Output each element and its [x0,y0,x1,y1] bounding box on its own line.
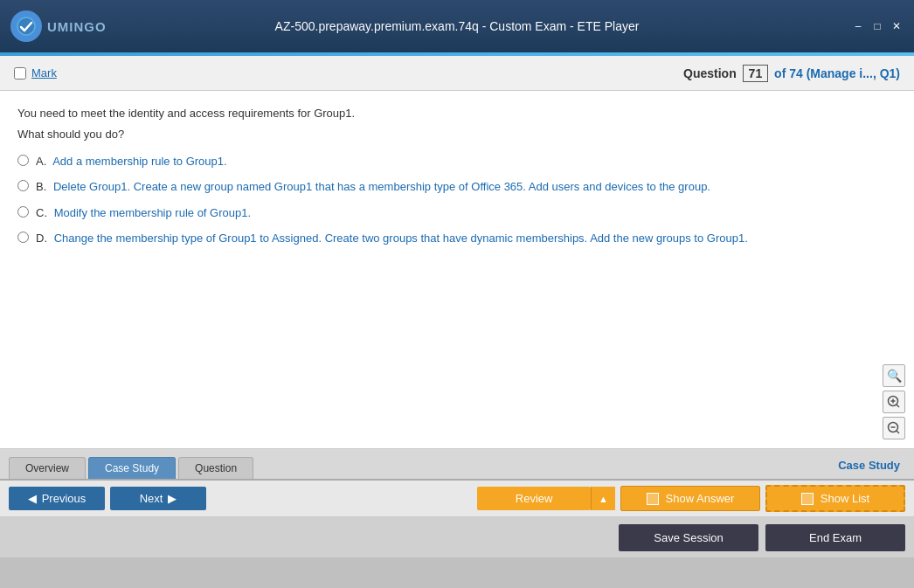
next-button[interactable]: Next ▶ [110,487,206,510]
option-letter-b: B. [36,180,46,193]
action-bar: Save Session End Exam [0,517,914,557]
tab-question[interactable]: Question [178,457,253,479]
main-content: You need to meet the identity and access… [0,91,914,449]
logo: UMINGO [10,10,107,42]
close-button[interactable]: ✕ [890,20,904,32]
show-answer-button[interactable]: Show Answer [620,486,760,511]
show-list-label: Show List [821,492,869,505]
window-title: AZ-500.prepaway.premium.exam.74q - Custo… [275,19,640,33]
mark-checkbox[interactable] [14,67,26,80]
option-text-d: Change the membership type of Group1 to … [54,232,748,245]
label-b[interactable]: B. Delete Group1. Create a new group nam… [36,178,710,196]
zoom-out-icon[interactable] [883,417,905,439]
option-text-c: Modify the membership rule of Group1. [54,206,251,219]
show-answer-label: Show Answer [666,492,735,505]
next-arrow-icon: ▶ [168,492,177,505]
option-text-b: Delete Group1. Create a new group named … [53,180,710,193]
tab-right-label: Case Study [838,459,900,472]
title-bar: UMINGO AZ-500.prepaway.premium.exam.74q … [0,0,914,52]
question-number-box: 71 [743,65,769,82]
answer-option-c: C. Modify the membership rule of Group1. [17,204,897,222]
window-controls: – □ ✕ [851,20,904,32]
option-text-a: Add a membership rule to Group1. [52,155,226,168]
search-icon[interactable]: 🔍 [883,364,905,387]
review-dropdown-button[interactable]: ▲ [591,487,615,510]
next-label: Next [140,492,163,505]
save-session-button[interactable]: Save Session [619,524,758,551]
option-letter-d: D. [36,232,47,245]
bottom-nav: ◀ Previous Next ▶ Review ▲ Show Answer S… [0,481,914,517]
minimize-button[interactable]: – [851,20,865,32]
logo-text: UMINGO [47,19,107,34]
logo-icon [10,10,42,42]
answer-option-b: B. Delete Group1. Create a new group nam… [17,178,897,196]
question-number-display: Question 71 of 74 (Manage i..., Q1) [683,65,900,82]
zoom-controls: 🔍 [883,364,905,439]
question-total: of 74 (Manage i..., Q1) [774,66,900,80]
mark-section: Mark [14,66,57,80]
tab-case-study[interactable]: Case Study [88,457,176,479]
radio-a[interactable] [17,155,29,166]
review-button[interactable]: Review [477,487,591,510]
svg-line-7 [897,431,899,433]
mark-label[interactable]: Mark [31,66,57,80]
prev-arrow-icon: ◀ [28,492,37,505]
label-d[interactable]: D. Change the membership type of Group1 … [36,230,748,247]
maximize-button[interactable]: □ [870,20,884,32]
question-label: Question [683,66,737,80]
option-letter-c: C. [36,206,47,219]
zoom-in-icon[interactable] [883,391,905,413]
tab-overview[interactable]: Overview [9,457,86,479]
end-exam-button[interactable]: End Exam [765,524,905,551]
label-c[interactable]: C. Modify the membership rule of Group1. [36,204,251,222]
label-a[interactable]: A. Add a membership rule to Group1. [36,153,227,170]
show-answer-checkbox-icon [647,493,659,505]
question-header: Mark Question 71 of 74 (Manage i..., Q1) [0,56,914,91]
radio-d[interactable] [17,232,29,243]
svg-point-0 [17,17,35,35]
answer-option-d: D. Change the membership type of Group1 … [17,230,897,247]
show-list-checkbox-icon [801,493,814,505]
question-text-1: You need to meet the identity and access… [17,105,897,122]
option-letter-a: A. [36,155,46,168]
svg-line-4 [897,405,899,407]
question-text-2: What should you do? [17,128,897,141]
previous-button[interactable]: ◀ Previous [9,487,105,510]
previous-label: Previous [42,492,87,505]
radio-b[interactable] [17,180,29,191]
tab-bar: Overview Case Study Question Case Study [0,449,914,481]
radio-c[interactable] [17,206,29,218]
review-label: Review [516,492,553,505]
review-group: Review ▲ [477,487,615,510]
show-list-button[interactable]: Show List [765,485,905,512]
answer-option-a: A. Add a membership rule to Group1. [17,153,897,170]
